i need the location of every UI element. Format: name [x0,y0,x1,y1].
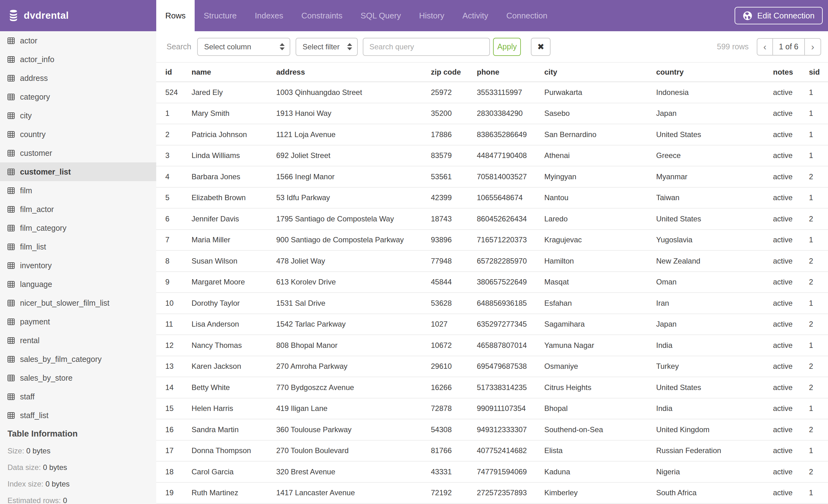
table-cell: 15 [156,398,192,419]
table-row[interactable]: 7Maria Miller900 Santiago de Compostela … [156,230,828,251]
table-row[interactable]: 19Ruth Martinez1417 Lancaster Avenue7219… [156,483,828,504]
sidebar-item-film_category[interactable]: film_category [0,219,156,237]
table-row[interactable]: 17Donna Thompson270 Toulon Boulevard8176… [156,440,828,462]
table-cell: Nancy Thomas [192,335,276,356]
sidebar-item-film_list[interactable]: film_list [0,237,156,256]
next-page-button[interactable]: › [805,39,821,55]
table-information-panel: Table Information Size: 0 bytesData size… [0,429,156,504]
select-caret-icon [280,43,285,50]
sidebar-item-film[interactable]: film [0,181,156,200]
table-row[interactable]: 16Sandra Martin360 Toulouse Parkway54308… [156,419,828,440]
database-icon [9,10,17,21]
table-row[interactable]: 4Barbara Jones1566 Inegl Manor5356170581… [156,166,828,187]
sidebar-item-staff_list[interactable]: staff_list [0,406,156,425]
table-row[interactable]: 524Jared Ely1003 Qinhuangdao Street25972… [156,82,828,103]
table-cell: 1542 Tarlac Parkway [276,314,431,335]
table-row[interactable]: 12Nancy Thomas808 Bhopal Manor1067246588… [156,335,828,356]
sidebar-item-actor_info[interactable]: actor_info [0,50,156,69]
column-header-city[interactable]: city [544,62,656,82]
table-row[interactable]: 15Helen Harris419 Iligan Lane72878990911… [156,398,828,419]
column-header-address[interactable]: address [276,62,431,82]
table-row[interactable]: 11Lisa Anderson1542 Tarlac Parkway102763… [156,314,828,335]
table-cell: 478 Joliet Way [276,250,431,272]
column-header-country[interactable]: country [656,62,773,82]
tab-activity[interactable]: Activity [453,0,497,31]
data-table: idnameaddresszip codephonecitycountrynot… [156,62,828,504]
table-grid-icon [7,394,15,400]
table-cell: 613 Korolev Drive [276,272,431,293]
sidebar-item-customer_list[interactable]: customer_list [0,163,156,181]
sidebar-item-city[interactable]: city [0,106,156,125]
table-cell: 2 [809,461,828,483]
table-cell: 524 [156,82,192,103]
sidebar-item-customer[interactable]: customer [0,144,156,163]
sidebar-item-sales_by_film_category[interactable]: sales_by_film_category [0,350,156,368]
clear-search-button[interactable]: ✖ [531,38,550,56]
search-query-input[interactable] [363,38,490,56]
sidebar-item-inventory[interactable]: inventory [0,256,156,275]
sidebar-item-rental[interactable]: rental [0,331,156,350]
table-grid-icon [7,75,15,82]
tab-connection[interactable]: Connection [497,0,556,31]
sidebar-item-language[interactable]: language [0,275,156,293]
table-row[interactable]: 5Elizabeth Brown53 Idfu Parkway423991065… [156,187,828,209]
sidebar-item-country[interactable]: country [0,125,156,144]
table-cell: 81766 [431,440,477,462]
sidebar-item-staff[interactable]: staff [0,387,156,406]
table-cell: Taiwan [656,187,773,209]
prev-page-button[interactable]: ‹ [757,39,772,55]
column-header-phone[interactable]: phone [477,62,544,82]
sidebar-item-actor[interactable]: actor [0,31,156,50]
table-grid-icon [7,394,15,400]
table-cell: South Africa [656,483,773,504]
table-cell: 2 [809,272,828,293]
sidebar-item-label: payment [20,317,50,326]
table-row[interactable]: 8Susan Wilson478 Joliet Way7794865728228… [156,250,828,272]
table-cell: 53628 [431,292,477,314]
table-cell: 1795 Santiago de Compostela Way [276,208,431,230]
table-row[interactable]: 9Margaret Moore613 Korolev Drive45844380… [156,272,828,293]
tab-constraints[interactable]: Constraints [292,0,352,31]
tab-rows[interactable]: Rows [156,0,195,31]
table-grid-icon [7,38,15,44]
table-row[interactable]: 6Jennifer Davis1795 Santiago de Composte… [156,208,828,230]
column-select[interactable]: Select column [197,38,290,56]
sidebar-item-payment[interactable]: payment [0,312,156,331]
tab-indexes[interactable]: Indexes [246,0,292,31]
table-row[interactable]: 18Carol Garcia320 Brest Avenue4333174779… [156,461,828,483]
tab-structure[interactable]: Structure [195,0,246,31]
sidebar-item-address[interactable]: address [0,69,156,87]
table-cell: Hamilton [544,250,656,272]
table-row[interactable]: 13Karen Jackson270 Amroha Parkway2961069… [156,356,828,377]
column-header-zip-code[interactable]: zip code [431,62,477,82]
table-cell: Helen Harris [192,398,276,419]
apply-button[interactable]: Apply [493,38,521,56]
column-header-sid[interactable]: sid [809,62,828,82]
table-row[interactable]: 10Dorothy Taylor1531 Sal Drive5362864885… [156,292,828,314]
column-header-notes[interactable]: notes [773,62,809,82]
sidebar-item-label: inventory [20,261,51,270]
table-header-row: idnameaddresszip codephonecitycountrynot… [156,62,828,82]
sidebar-item-sales_by_store[interactable]: sales_by_store [0,368,156,387]
sidebar-item-nicer_but_slower_film_list[interactable]: nicer_but_slower_film_list [0,293,156,312]
table-cell: 17 [156,440,192,462]
sidebar-item-category[interactable]: category [0,87,156,106]
table-cell: 648856936185 [477,292,544,314]
table-info-field: Index size: 0 bytes [7,479,156,489]
column-header-name[interactable]: name [192,62,276,82]
table-grid-icon [7,38,15,44]
table-row[interactable]: 3Linda Williams692 Joliet Street83579448… [156,145,828,167]
table-cell: Sagamihara [544,314,656,335]
tab-history[interactable]: History [410,0,453,31]
sidebar-item-film_actor[interactable]: film_actor [0,200,156,219]
table-row[interactable]: 1Mary Smith1913 Hanoi Way352002830338429… [156,103,828,124]
tab-sql-query[interactable]: SQL Query [351,0,410,31]
filter-select[interactable]: Select filter [296,38,358,56]
column-header-id[interactable]: id [156,62,192,82]
table-cell: Mary Smith [192,103,276,124]
table-row[interactable]: 14Betty White770 Bydgoszcz Avenue1626651… [156,377,828,398]
edit-connection-button[interactable]: Edit Connection [735,7,823,25]
table-row[interactable]: 2Patricia Johnson1121 Loja Avenue1788683… [156,124,828,145]
table-grid-icon [7,112,15,119]
sidebar-item-label: staff [20,392,35,401]
